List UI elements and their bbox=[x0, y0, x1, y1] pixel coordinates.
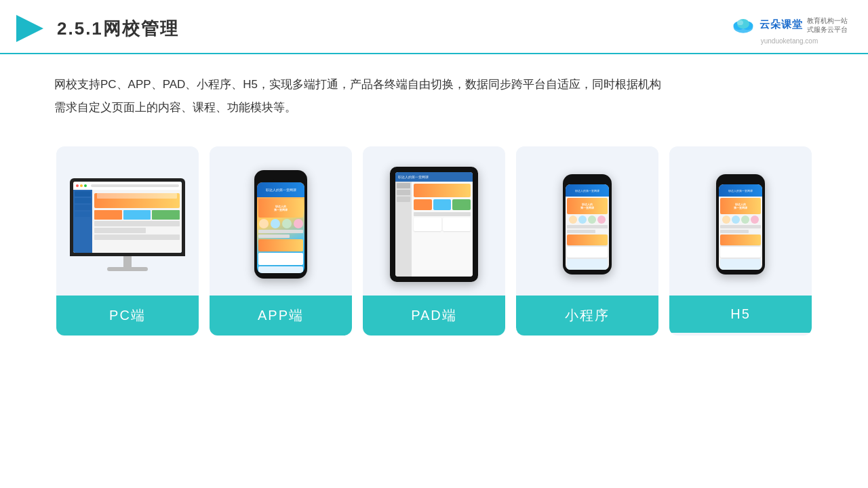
mini-phone-h5: 职达人的第一堂网课 职达人的第一堂网课 bbox=[716, 174, 765, 274]
card-image-app: 职达人的第一堂网课 职达人的第一堂网课 bbox=[210, 146, 352, 296]
card-label-app: APP端 bbox=[210, 296, 352, 336]
card-h5: 职达人的第一堂网课 职达人的第一堂网课 bbox=[669, 146, 812, 336]
tablet-mockup-pad: 职达人的第一堂网课 bbox=[390, 167, 478, 282]
header: 2.5.1网校管理 云朵课堂 教育机构一站 式服务云平台 yunduoketan… bbox=[0, 0, 868, 54]
description-line1: 网校支持PC、APP、PAD、小程序、H5，实现多端打通，产品各终端自由切换，数… bbox=[54, 73, 814, 96]
pc-monitor-icon bbox=[70, 178, 185, 271]
phone-mockup-app: 职达人的第一堂网课 职达人的第一堂网课 bbox=[254, 170, 307, 279]
logo-url: yunduoketang.com bbox=[761, 37, 818, 45]
card-label-h5: H5 bbox=[669, 296, 812, 333]
page-title: 2.5.1网校管理 bbox=[57, 17, 179, 41]
platform-cards: PC端 职达人的第一堂网课 职达人的第一堂网课 bbox=[0, 126, 868, 356]
card-label-pc: PC端 bbox=[56, 296, 199, 336]
svg-point-5 bbox=[737, 20, 743, 24]
mini-phone-miniprogram: 职达人的第一堂网课 职达人的第一堂网课 bbox=[563, 174, 612, 274]
card-image-pc bbox=[56, 146, 199, 296]
description-line2: 需求自定义页面上的内容、课程、功能模块等。 bbox=[54, 96, 814, 119]
play-icon bbox=[14, 12, 46, 45]
card-app: 职达人的第一堂网课 职达人的第一堂网课 bbox=[210, 146, 352, 336]
header-left: 2.5.1网校管理 bbox=[14, 12, 179, 45]
card-pc: PC端 bbox=[56, 146, 199, 336]
logo: 云朵课堂 教育机构一站 式服务云平台 yunduoketang.com bbox=[731, 13, 848, 45]
description-section: 网校支持PC、APP、PAD、小程序、H5，实现多端打通，产品各终端自由切换，数… bbox=[0, 54, 868, 126]
card-pad: 职达人的第一堂网课 bbox=[363, 146, 505, 336]
card-image-pad: 职达人的第一堂网课 bbox=[363, 146, 505, 296]
logo-text: 云朵课堂 bbox=[760, 18, 803, 31]
card-label-pad: PAD端 bbox=[363, 296, 505, 336]
card-miniprogram: 职达人的第一堂网课 职达人的第一堂网课 bbox=[516, 146, 658, 336]
card-label-miniprogram: 小程序 bbox=[516, 296, 658, 336]
cloud-icon bbox=[731, 13, 755, 37]
card-image-miniprogram: 职达人的第一堂网课 职达人的第一堂网课 bbox=[516, 146, 658, 296]
svg-marker-0 bbox=[16, 15, 43, 42]
card-image-h5: 职达人的第一堂网课 职达人的第一堂网课 bbox=[669, 146, 812, 296]
